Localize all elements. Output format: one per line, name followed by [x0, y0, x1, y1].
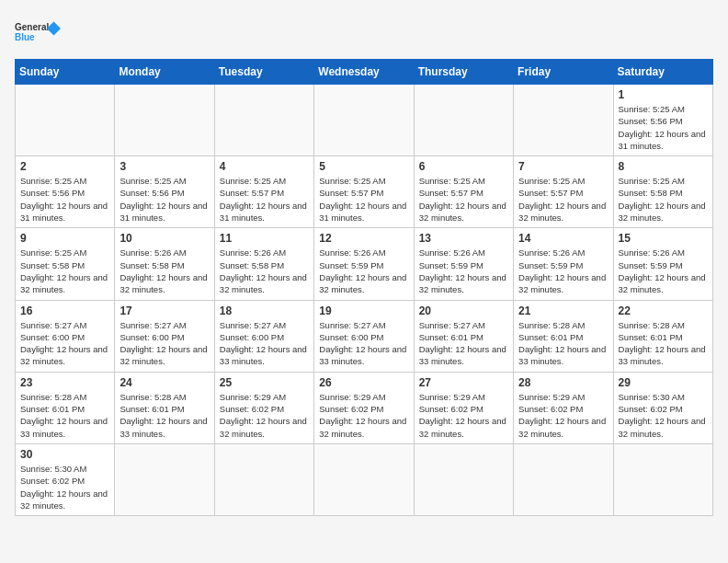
day-info: Sunrise: 5:25 AM Sunset: 5:58 PM Dayligh…	[619, 175, 708, 224]
calendar-day-cell: 21Sunrise: 5:28 AM Sunset: 6:01 PM Dayli…	[514, 300, 613, 372]
day-number: 4	[220, 160, 309, 173]
calendar-day-cell	[414, 85, 513, 156]
day-info: Sunrise: 5:29 AM Sunset: 6:02 PM Dayligh…	[518, 391, 608, 440]
calendar-day-cell: 1Sunrise: 5:25 AM Sunset: 5:56 PM Daylig…	[613, 85, 712, 156]
day-number: 10	[119, 232, 209, 245]
day-number: 11	[220, 232, 309, 245]
day-info: Sunrise: 5:28 AM Sunset: 6:01 PM Dayligh…	[119, 391, 209, 440]
day-number: 13	[419, 232, 508, 245]
calendar-day-cell	[16, 85, 115, 156]
calendar-day-cell: 11Sunrise: 5:26 AM Sunset: 5:58 PM Dayli…	[214, 228, 313, 300]
day-number: 21	[518, 304, 608, 317]
day-header-saturday: Saturday	[613, 60, 712, 85]
day-header-friday: Friday	[514, 60, 613, 85]
day-number: 22	[619, 304, 708, 317]
day-number: 12	[319, 232, 408, 245]
day-number: 1	[619, 88, 708, 101]
day-number: 27	[419, 376, 508, 389]
day-info: Sunrise: 5:28 AM Sunset: 6:01 PM Dayligh…	[518, 319, 608, 368]
calendar-day-cell: 18Sunrise: 5:27 AM Sunset: 6:00 PM Dayli…	[214, 300, 313, 372]
day-info: Sunrise: 5:26 AM Sunset: 5:59 PM Dayligh…	[619, 247, 708, 295]
calendar-table: SundayMondayTuesdayWednesdayThursdayFrid…	[15, 59, 713, 516]
calendar-week-row: 16Sunrise: 5:27 AM Sunset: 6:00 PM Dayli…	[16, 300, 713, 372]
day-number: 23	[20, 376, 109, 389]
day-info: Sunrise: 5:26 AM Sunset: 5:58 PM Dayligh…	[119, 247, 209, 295]
calendar-day-cell	[514, 443, 613, 515]
calendar-day-cell: 16Sunrise: 5:27 AM Sunset: 6:00 PM Dayli…	[16, 300, 115, 372]
day-number: 20	[419, 304, 508, 317]
logo: General Blue	[15, 15, 61, 52]
logo-svg: General Blue	[15, 15, 61, 52]
svg-text:General: General	[15, 22, 49, 32]
day-number: 14	[518, 232, 608, 245]
day-number: 5	[319, 160, 408, 173]
day-header-tuesday: Tuesday	[214, 60, 313, 85]
day-number: 9	[20, 232, 109, 245]
calendar-week-row: 30Sunrise: 5:30 AM Sunset: 6:02 PM Dayli…	[16, 443, 713, 515]
day-number: 17	[119, 304, 209, 317]
day-number: 30	[20, 448, 109, 461]
calendar-day-cell	[314, 443, 414, 515]
day-info: Sunrise: 5:28 AM Sunset: 6:01 PM Dayligh…	[20, 391, 109, 440]
day-number: 6	[419, 160, 508, 173]
calendar-day-cell: 13Sunrise: 5:26 AM Sunset: 5:59 PM Dayli…	[414, 228, 513, 300]
day-info: Sunrise: 5:30 AM Sunset: 6:02 PM Dayligh…	[20, 463, 109, 511]
calendar-day-cell	[115, 443, 214, 515]
day-info: Sunrise: 5:25 AM Sunset: 5:57 PM Dayligh…	[419, 175, 508, 224]
day-number: 15	[619, 232, 708, 245]
day-number: 19	[319, 304, 408, 317]
calendar-day-cell: 6Sunrise: 5:25 AM Sunset: 5:57 PM Daylig…	[414, 156, 513, 228]
calendar-week-row: 23Sunrise: 5:28 AM Sunset: 6:01 PM Dayli…	[16, 372, 713, 443]
day-info: Sunrise: 5:27 AM Sunset: 6:00 PM Dayligh…	[119, 319, 209, 368]
calendar-day-cell: 30Sunrise: 5:30 AM Sunset: 6:02 PM Dayli…	[16, 443, 115, 515]
calendar-day-cell	[214, 443, 313, 515]
day-info: Sunrise: 5:25 AM Sunset: 5:58 PM Dayligh…	[20, 247, 109, 295]
day-number: 28	[518, 376, 608, 389]
day-number: 16	[20, 304, 109, 317]
calendar-day-cell: 19Sunrise: 5:27 AM Sunset: 6:00 PM Dayli…	[314, 300, 414, 372]
page-header: General Blue	[15, 15, 713, 52]
day-number: 8	[619, 160, 708, 173]
day-info: Sunrise: 5:29 AM Sunset: 6:02 PM Dayligh…	[220, 391, 309, 440]
calendar-day-cell	[214, 85, 313, 156]
calendar-day-cell	[314, 85, 414, 156]
day-info: Sunrise: 5:25 AM Sunset: 5:56 PM Dayligh…	[20, 175, 109, 224]
day-number: 18	[220, 304, 309, 317]
day-number: 25	[220, 376, 309, 389]
calendar-day-cell	[115, 85, 214, 156]
day-info: Sunrise: 5:25 AM Sunset: 5:57 PM Dayligh…	[518, 175, 608, 224]
day-number: 7	[518, 160, 608, 173]
day-info: Sunrise: 5:25 AM Sunset: 5:57 PM Dayligh…	[220, 175, 309, 224]
calendar-header-row: SundayMondayTuesdayWednesdayThursdayFrid…	[16, 60, 713, 85]
day-info: Sunrise: 5:25 AM Sunset: 5:56 PM Dayligh…	[119, 175, 209, 224]
calendar-day-cell: 22Sunrise: 5:28 AM Sunset: 6:01 PM Dayli…	[613, 300, 712, 372]
day-info: Sunrise: 5:28 AM Sunset: 6:01 PM Dayligh…	[619, 319, 708, 368]
day-info: Sunrise: 5:29 AM Sunset: 6:02 PM Dayligh…	[419, 391, 508, 440]
calendar-week-row: 9Sunrise: 5:25 AM Sunset: 5:58 PM Daylig…	[16, 228, 713, 300]
day-header-sunday: Sunday	[16, 60, 115, 85]
day-info: Sunrise: 5:27 AM Sunset: 6:01 PM Dayligh…	[419, 319, 508, 368]
calendar-day-cell: 20Sunrise: 5:27 AM Sunset: 6:01 PM Dayli…	[414, 300, 513, 372]
day-info: Sunrise: 5:25 AM Sunset: 5:56 PM Dayligh…	[619, 103, 708, 152]
calendar-day-cell: 7Sunrise: 5:25 AM Sunset: 5:57 PM Daylig…	[514, 156, 613, 228]
day-header-monday: Monday	[115, 60, 214, 85]
calendar-day-cell: 10Sunrise: 5:26 AM Sunset: 5:58 PM Dayli…	[115, 228, 214, 300]
calendar-day-cell: 28Sunrise: 5:29 AM Sunset: 6:02 PM Dayli…	[514, 372, 613, 443]
calendar-day-cell	[514, 85, 613, 156]
calendar-day-cell: 23Sunrise: 5:28 AM Sunset: 6:01 PM Dayli…	[16, 372, 115, 443]
day-info: Sunrise: 5:30 AM Sunset: 6:02 PM Dayligh…	[619, 391, 708, 440]
calendar-day-cell: 14Sunrise: 5:26 AM Sunset: 5:59 PM Dayli…	[514, 228, 613, 300]
day-number: 24	[119, 376, 209, 389]
day-info: Sunrise: 5:26 AM Sunset: 5:58 PM Dayligh…	[220, 247, 309, 295]
calendar-day-cell	[414, 443, 513, 515]
calendar-day-cell: 12Sunrise: 5:26 AM Sunset: 5:59 PM Dayli…	[314, 228, 414, 300]
calendar-week-row: 1Sunrise: 5:25 AM Sunset: 5:56 PM Daylig…	[16, 85, 713, 156]
calendar-day-cell: 3Sunrise: 5:25 AM Sunset: 5:56 PM Daylig…	[115, 156, 214, 228]
calendar-day-cell: 29Sunrise: 5:30 AM Sunset: 6:02 PM Dayli…	[613, 372, 712, 443]
day-header-wednesday: Wednesday	[314, 60, 414, 85]
day-number: 26	[319, 376, 408, 389]
day-info: Sunrise: 5:26 AM Sunset: 5:59 PM Dayligh…	[419, 247, 508, 295]
calendar-day-cell: 26Sunrise: 5:29 AM Sunset: 6:02 PM Dayli…	[314, 372, 414, 443]
day-header-thursday: Thursday	[414, 60, 513, 85]
day-info: Sunrise: 5:29 AM Sunset: 6:02 PM Dayligh…	[319, 391, 408, 440]
